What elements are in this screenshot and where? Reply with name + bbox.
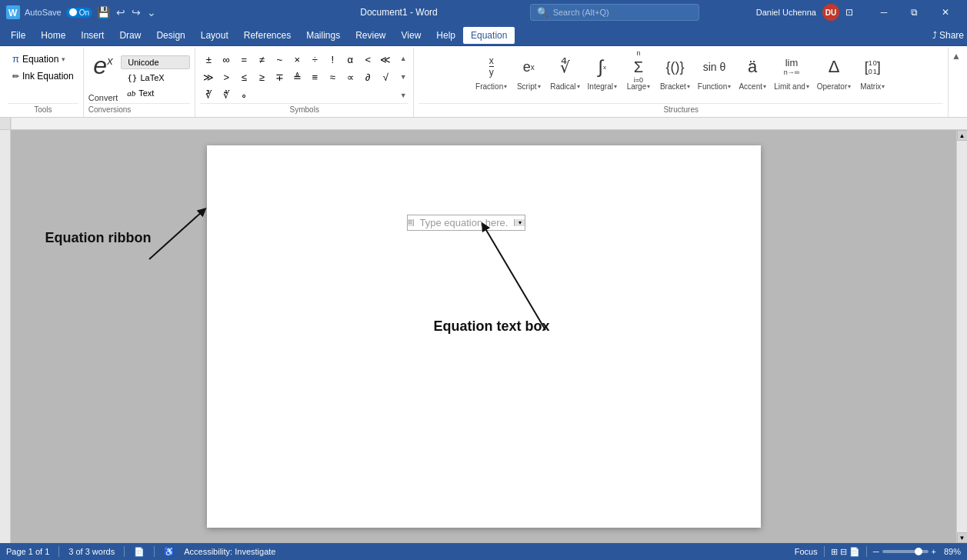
sym-empty[interactable] [253,86,270,103]
matrix-dropdown[interactable]: ▾ [882,83,885,90]
sym-empty4[interactable] [306,86,323,103]
ink-equation-button[interactable]: ✏ Ink Equation [8,68,78,84]
function-button[interactable]: sin θ Function ▾ [695,51,734,93]
operator-dropdown[interactable]: ▾ [848,83,851,90]
zoom-slider[interactable] [882,550,929,553]
ribbon-toggle-icon[interactable]: ⊡ [845,7,853,18]
sym-llangle[interactable]: ≪ [377,51,394,68]
zoom-level[interactable]: 89% [939,547,961,556]
ribbon-collapse-button[interactable]: ▲ [949,48,964,117]
sym-le[interactable]: ≤ [235,68,252,85]
script-button[interactable]: ex Script ▾ [512,51,545,93]
integral-dropdown[interactable]: ▾ [614,83,617,90]
sym-excl[interactable]: ! [324,51,341,68]
scroll-down-button[interactable]: ▼ [957,532,968,543]
menu-mailings[interactable]: Mailings [298,27,348,44]
search-input[interactable] [553,8,676,17]
sym-alpha[interactable]: α [342,51,358,68]
bracket-dropdown[interactable]: ▾ [687,83,690,90]
menu-draw[interactable]: Draw [112,27,148,44]
latex-button[interactable]: {} LaTeX [121,72,190,85]
sym-scroll-up[interactable]: ▲ [398,52,408,65]
menu-home[interactable]: Home [33,27,73,44]
radical-dropdown[interactable]: ▾ [577,83,580,90]
text-button[interactable]: ab Text [121,87,190,99]
sym-sqrt[interactable]: √ [377,68,394,85]
minimize-button[interactable]: ─ [869,0,899,25]
menu-layout[interactable]: Layout [193,27,236,44]
sym-gt[interactable]: > [218,68,235,85]
fraction-dropdown[interactable]: ▾ [504,83,507,90]
sym-circ[interactable]: ∘ [235,86,252,103]
sym-cbrt[interactable]: ∛ [200,86,217,103]
equation-dropdown-icon[interactable]: ▾ [62,55,65,63]
sym-inf[interactable]: ∞ [218,51,235,68]
limit-log-button[interactable]: lim n→∞ Limit and ▾ [771,51,812,93]
sym-empty5[interactable] [324,86,341,103]
menu-view[interactable]: View [394,27,429,44]
sym-mp[interactable]: ∓ [271,68,288,85]
autosave-toggle[interactable]: On [66,8,92,18]
sym-neq[interactable]: ≠ [253,51,270,68]
radical-button[interactable]: ∜ Radical ▾ [547,51,582,93]
operator-button[interactable]: Δ Operator ▾ [814,51,854,93]
sym-partial[interactable]: ∂ [359,68,376,85]
customize-icon[interactable]: ⌄ [147,6,156,18]
undo-icon[interactable]: ↩ [116,6,125,18]
zoom-in-icon[interactable]: + [932,547,936,556]
redo-icon[interactable]: ↪ [132,6,141,18]
menu-file[interactable]: File [3,27,33,44]
sym-rrangle[interactable]: ≫ [200,68,217,85]
convert-label[interactable]: Convert [88,93,118,102]
large-operator-dropdown[interactable]: ▾ [647,83,650,90]
sym-empty3[interactable] [288,86,305,103]
matrix-button[interactable]: [ 10 01 ] Matrix ▾ [855,51,889,93]
bracket-button[interactable]: {()} Bracket ▾ [657,51,693,93]
equation-button[interactable]: π Equation ▾ [8,51,70,67]
sym-scroll-down[interactable]: ▼ [398,70,408,84]
menu-review[interactable]: Review [348,27,393,44]
fraction-button[interactable]: xy Fraction ▾ [472,51,510,93]
sym-defeq[interactable]: ≜ [288,68,305,85]
sym-propto[interactable]: ∝ [342,68,358,85]
search-bar[interactable]: 🔍 [530,4,699,21]
focus-label[interactable]: Focus [795,547,818,556]
share-button[interactable]: ⤴ Share [932,30,964,41]
close-button[interactable]: ✕ [930,0,961,25]
menu-design[interactable]: Design [148,27,192,44]
equation-input[interactable]: Type equation here. [414,215,515,230]
equation-handle[interactable]: ⠿ [408,219,414,226]
sym-approx[interactable]: ≈ [324,68,341,85]
scroll-area[interactable]: Equation ribbon ⠿ Type equation her [11,130,956,543]
sym-lt[interactable]: < [359,51,376,68]
accessibility-text[interactable]: Accessibility: Investigate [184,547,275,556]
sym-empty8[interactable] [377,86,394,103]
equation-box[interactable]: ⠿ Type equation here. ▾ [407,215,526,231]
restore-button[interactable]: ⧉ [899,0,930,25]
sym-scroll-more[interactable]: ▼ [398,88,408,102]
sym-4rt[interactable]: ∜ [218,86,235,103]
scroll-up-button[interactable]: ▲ [957,130,968,141]
limit-log-dropdown[interactable]: ▾ [806,83,809,90]
equation-dropdown[interactable]: ▾ [514,219,525,226]
menu-equation[interactable]: Equation [463,27,515,44]
large-operator-button[interactable]: n Σ i=0 Large ▾ [622,51,655,93]
menu-references[interactable]: References [236,27,298,44]
integral-button[interactable]: ∫x Integral ▾ [585,51,620,93]
sym-ge[interactable]: ≥ [253,68,270,85]
sym-eq[interactable]: = [235,51,252,68]
accent-button[interactable]: ä Accent ▾ [735,51,769,93]
sym-tilde[interactable]: ~ [271,51,288,68]
sym-pm[interactable]: ± [200,51,217,68]
save-icon[interactable]: 💾 [97,6,110,18]
sym-div[interactable]: ÷ [306,51,323,68]
sym-empty7[interactable] [359,86,376,103]
sym-empty2[interactable] [271,86,288,103]
zoom-out-icon[interactable]: ─ [873,547,879,556]
script-dropdown[interactable]: ▾ [538,83,541,90]
accent-dropdown[interactable]: ▾ [763,83,766,90]
menu-insert[interactable]: Insert [73,27,112,44]
sym-times[interactable]: × [288,51,305,68]
sym-equiv[interactable]: ≡ [306,68,323,85]
scroll-track[interactable] [957,141,968,532]
